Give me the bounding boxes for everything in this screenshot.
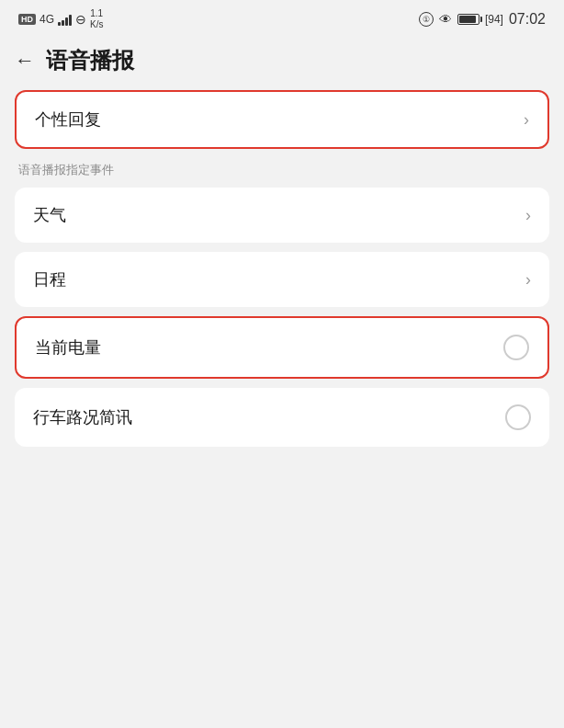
wifi-icon: ⊖ [75,12,86,27]
battery-body [457,14,479,25]
menu-item-battery[interactable]: 当前电量 [15,316,549,379]
menu-item-label-battery: 当前电量 [35,336,101,358]
section-label: 语音播报指定事件 [15,158,549,188]
menu-item-label-weather: 天气 [33,204,66,226]
menu-item-personality-reply[interactable]: 个性回复 › [15,90,549,149]
menu-item-schedule[interactable]: 日程 › [15,252,549,307]
menu-item-label-personality-reply: 个性回复 [35,108,101,131]
menu-item-label-traffic: 行车路况简讯 [33,406,132,428]
signal-bar-2 [62,20,64,26]
battery-fill [459,16,476,23]
menu-item-weather[interactable]: 天气 › [15,188,549,243]
eye-icon: 👁 [439,12,452,27]
toggle-battery[interactable] [503,335,529,360]
status-bar: HD 4G ⊖ 1.1 K/s ① 👁 [94] 07:02 [0,0,564,37]
page-header: ← 语音播报 [0,37,564,90]
menu-item-traffic[interactable]: 行车路况简讯 [15,388,549,447]
network-speed: 1.1 K/s [90,8,103,30]
hd-badge: HD [18,14,36,25]
menu-item-label-schedule: 日程 [33,268,66,290]
signal-bar-1 [58,22,61,26]
signal-bar-4 [69,15,72,26]
clock: 07:02 [509,11,546,28]
signal-bar-3 [65,17,68,26]
circle-status-icon: ① [419,12,434,27]
network-type: 4G [39,13,54,26]
chevron-icon-schedule: › [525,270,531,290]
battery-percent: [94] [485,13,503,26]
page-title: 语音播报 [46,46,134,75]
status-left: HD 4G ⊖ 1.1 K/s [18,8,103,30]
toggle-traffic[interactable] [505,404,531,430]
chevron-icon-weather: › [525,206,531,225]
status-right: ① 👁 [94] 07:02 [419,11,546,28]
content-area: 个性回复 › 语音播报指定事件 天气 › 日程 › 当前电量 行车路况简讯 [0,90,564,447]
chevron-icon-personality-reply: › [524,110,529,130]
back-button[interactable]: ← [15,49,35,73]
battery-icon [457,14,479,25]
signal-bars [58,13,72,26]
